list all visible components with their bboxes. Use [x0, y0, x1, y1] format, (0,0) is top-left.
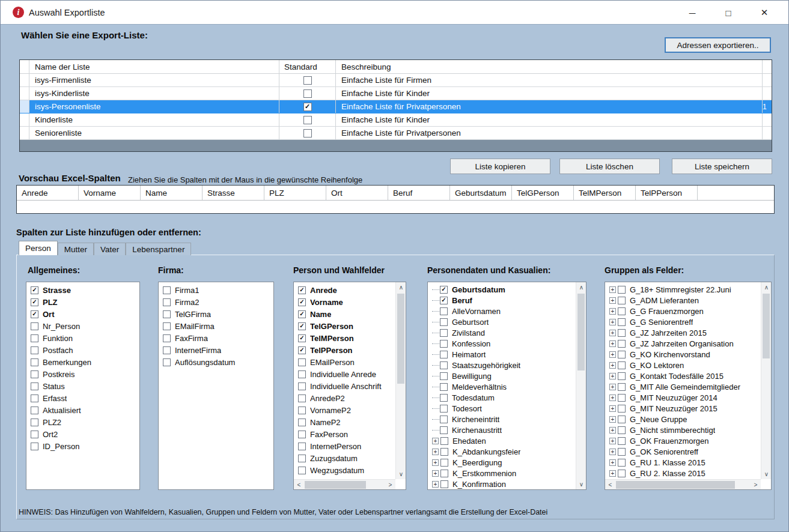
- item-checkbox[interactable]: [298, 431, 306, 438]
- item-checkbox[interactable]: [163, 310, 171, 318]
- scroll-down-icon[interactable]: ∨: [761, 469, 772, 479]
- item-checkbox[interactable]: [440, 372, 448, 380]
- list-item[interactable]: +G_OK Frauenzmorgen: [605, 435, 761, 446]
- vertical-scrollbar[interactable]: ∧∨: [761, 282, 771, 479]
- preview-column-header[interactable]: Name: [141, 186, 203, 200]
- list-item[interactable]: Kircheneintritt: [428, 414, 576, 425]
- item-checkbox[interactable]: [298, 407, 306, 414]
- export-list-row[interactable]: isys-KinderlisteEinfache Liste für Kinde…: [20, 87, 772, 100]
- column-header-name[interactable]: Name der Liste: [29, 62, 279, 71]
- maximize-button[interactable]: □: [710, 1, 746, 25]
- item-checkbox[interactable]: [618, 318, 626, 326]
- expand-icon[interactable]: +: [609, 416, 616, 423]
- expand-icon[interactable]: +: [609, 470, 616, 477]
- list-item[interactable]: ✓Anrede: [294, 284, 395, 296]
- item-checkbox[interactable]: [618, 448, 626, 456]
- scroll-down-icon[interactable]: ∨: [576, 479, 586, 489]
- list-item[interactable]: EMailFirma: [159, 320, 273, 332]
- item-checkbox[interactable]: ✓: [298, 310, 306, 318]
- close-button[interactable]: ✕: [746, 1, 782, 25]
- list-item[interactable]: +G_KO Lektoren: [605, 360, 761, 370]
- listbox-allgemeines[interactable]: ✓Strasse✓PLZ✓OrtNr_PersonFunktionPostfac…: [26, 282, 140, 490]
- item-checkbox[interactable]: [440, 480, 448, 488]
- preview-column-header[interactable]: Beruf: [388, 186, 450, 200]
- item-checkbox[interactable]: [31, 334, 38, 342]
- standard-checkbox[interactable]: [303, 89, 312, 98]
- vertical-scrollbar[interactable]: ∧∨: [576, 282, 586, 489]
- list-item[interactable]: ✓Ort: [26, 308, 139, 320]
- list-item[interactable]: TelGFirma: [159, 308, 273, 320]
- list-item[interactable]: Bewilligung: [428, 370, 576, 381]
- listbox-personendaten-und-kasualien[interactable]: ✓Geburtsdatum✓BerufAlleVornamenGeburtsor…: [427, 282, 586, 490]
- list-item[interactable]: Erfasst: [26, 392, 139, 404]
- list-item[interactable]: +K_Beerdigung: [428, 457, 576, 468]
- item-checkbox[interactable]: [31, 322, 38, 330]
- item-checkbox[interactable]: [618, 307, 626, 315]
- list-item[interactable]: EMailPerson: [294, 356, 395, 368]
- item-checkbox[interactable]: [298, 370, 306, 378]
- item-checkbox[interactable]: [618, 383, 626, 391]
- preview-column-header[interactable]: Vorname: [79, 186, 141, 200]
- item-checkbox[interactable]: [440, 394, 448, 402]
- list-item[interactable]: +G_MIT Neuzuzüger 2015: [605, 403, 761, 414]
- item-checkbox[interactable]: [298, 394, 306, 402]
- expand-icon[interactable]: +: [609, 330, 616, 336]
- item-checkbox[interactable]: [163, 358, 171, 366]
- list-item[interactable]: +G_MIT Alle Gemeindemitglieder: [605, 381, 761, 392]
- list-item[interactable]: +K_Erstkommenion: [428, 468, 576, 479]
- scroll-right-icon[interactable]: >: [385, 480, 395, 490]
- listbox-person-und-wahlfelder[interactable]: ✓Anrede✓Vorname✓Name✓TelGPerson✓TelMPers…: [293, 282, 406, 490]
- item-checkbox[interactable]: [440, 383, 448, 391]
- expand-icon[interactable]: +: [432, 438, 439, 444]
- scrollbar-thumb[interactable]: [616, 481, 735, 489]
- list-item[interactable]: InternetPerson: [294, 440, 395, 452]
- expand-icon[interactable]: +: [609, 373, 616, 379]
- column-header-beschreibung[interactable]: Beschreibung: [335, 60, 762, 73]
- expand-icon[interactable]: +: [609, 394, 616, 401]
- scrollbar-thumb[interactable]: [305, 481, 366, 489]
- expand-icon[interactable]: +: [609, 362, 616, 369]
- export-list-row[interactable]: isys-Personenliste✓Einfache Liste für Pr…: [20, 100, 772, 113]
- list-item[interactable]: ✓Geburtsdatum: [428, 284, 576, 295]
- export-list-row[interactable]: SeniorenlisteEinfache Liste für Privatpe…: [20, 127, 772, 140]
- listbox-firma[interactable]: Firma1Firma2TelGFirmaEMailFirmaFaxFirmaI…: [158, 282, 274, 490]
- export-list-row[interactable]: KinderlisteEinfache Liste für Kinder: [20, 113, 772, 127]
- item-checkbox[interactable]: [618, 286, 626, 294]
- item-checkbox[interactable]: [618, 405, 626, 413]
- list-item[interactable]: Firma2: [159, 296, 273, 308]
- column-header-standard[interactable]: Standard: [279, 60, 335, 73]
- item-checkbox[interactable]: [298, 455, 306, 462]
- expand-icon[interactable]: +: [609, 438, 616, 444]
- item-checkbox[interactable]: [31, 346, 38, 354]
- expand-icon[interactable]: +: [609, 340, 616, 347]
- expand-icon[interactable]: +: [609, 297, 616, 304]
- list-item[interactable]: InternetFirma: [159, 344, 273, 356]
- preview-column-header[interactable]: TelGPerson: [512, 186, 574, 200]
- list-item[interactable]: ✓Beruf: [428, 295, 576, 306]
- list-item[interactable]: ID_Person: [26, 440, 139, 452]
- list-item[interactable]: PLZ2: [26, 416, 139, 428]
- list-item[interactable]: +K_Abdankungsfeier: [428, 446, 576, 457]
- item-checkbox[interactable]: [31, 370, 38, 378]
- scroll-up-icon[interactable]: ∧: [761, 282, 772, 292]
- list-item[interactable]: FaxFirma: [159, 332, 273, 344]
- list-item[interactable]: Nr_Person: [26, 320, 139, 332]
- list-item[interactable]: +G_G Seniorentreff: [605, 316, 761, 327]
- preview-column-header[interactable]: TelMPerson: [574, 186, 636, 200]
- item-checkbox[interactable]: ✓: [298, 346, 306, 354]
- copy-list-button[interactable]: Liste kopieren: [450, 159, 550, 174]
- expand-icon[interactable]: +: [609, 319, 616, 325]
- list-item[interactable]: +G_JZ Jahrzeiten Organisation: [605, 338, 761, 349]
- expand-icon[interactable]: +: [609, 286, 616, 293]
- row-selector-cell[interactable]: [20, 100, 29, 113]
- list-item[interactable]: ✓PLZ: [26, 296, 139, 308]
- item-checkbox[interactable]: [31, 431, 38, 438]
- list-item[interactable]: VornameP2: [294, 404, 395, 416]
- minimize-button[interactable]: ─: [674, 1, 710, 25]
- preview-column-header[interactable]: TelPPerson: [636, 186, 698, 200]
- list-item[interactable]: Individuelle Anschrift: [294, 380, 395, 392]
- item-checkbox[interactable]: [618, 459, 626, 467]
- standard-checkbox[interactable]: [303, 76, 312, 85]
- item-checkbox[interactable]: [440, 416, 448, 423]
- item-checkbox[interactable]: [298, 419, 306, 426]
